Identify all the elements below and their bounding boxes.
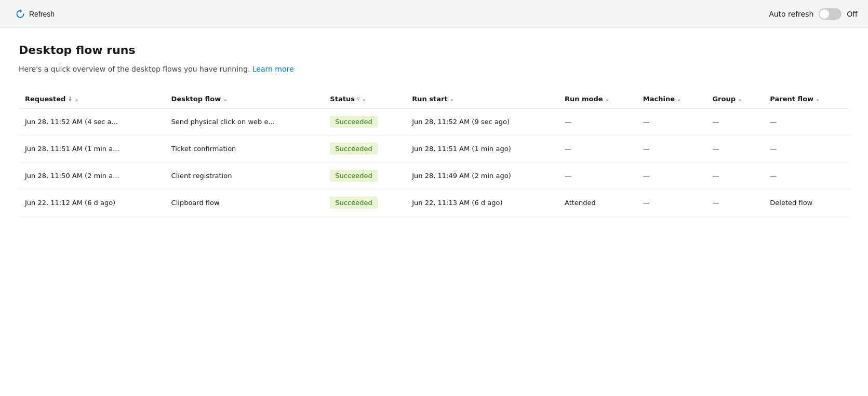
page-title: Desktop flow runs [19,44,849,57]
col-header-requested[interactable]: Requested ↓ ⌄ [19,90,165,108]
chevron-down-icon: ⌄ [75,96,79,102]
cell-run-mode: — [558,162,637,189]
cell-run-start: Jun 22, 11:13 AM (6 d ago) [406,189,558,216]
table-body: Jun 28, 11:52 AM (4 sec a...Send physica… [19,108,849,216]
col-header-run-start[interactable]: Run start ⌄ [406,90,558,108]
filter-icon: ▿ [357,95,360,102]
page-description: Here's a quick overview of the desktop f… [19,65,849,73]
toggle-state-label: Off [847,10,858,18]
refresh-icon [16,9,25,19]
table-row[interactable]: Jun 28, 11:50 AM (2 min a...Client regis… [19,162,849,189]
col-header-machine[interactable]: Machine ⌄ [637,90,706,108]
cell-run-mode: — [558,108,637,135]
table-row[interactable]: Jun 28, 11:51 AM (1 min a...Ticket confi… [19,135,849,162]
auto-refresh-label: Auto refresh [769,10,813,18]
col-header-status[interactable]: Status ▿ ⌄ [324,90,406,108]
auto-refresh-area: Auto refresh Off [769,8,858,20]
cell-desktop-flow: Send physical click on web e... [165,108,324,135]
chevron-down-icon: ⌄ [223,96,227,102]
chevron-down-icon: ⌄ [605,96,609,102]
cell-requested: Jun 28, 11:52 AM (4 sec a... [19,108,165,135]
cell-parent-flow: — [764,162,849,189]
cell-requested: Jun 22, 11:12 AM (6 d ago) [19,189,165,216]
cell-requested: Jun 28, 11:51 AM (1 min a... [19,135,165,162]
cell-status: Succeeded [324,162,406,189]
cell-status: Succeeded [324,189,406,216]
cell-group: — [706,135,764,162]
cell-run-start: Jun 28, 11:51 AM (1 min ago) [406,135,558,162]
cell-desktop-flow: Clipboard flow [165,189,324,216]
cell-status: Succeeded [324,135,406,162]
cell-group: — [706,189,764,216]
col-header-run-mode[interactable]: Run mode ⌄ [558,90,637,108]
chevron-down-icon: ⌄ [677,96,681,102]
table-row[interactable]: Jun 28, 11:52 AM (4 sec a...Send physica… [19,108,849,135]
status-badge: Succeeded [330,197,377,209]
sort-desc-icon: ↓ [68,95,72,102]
cell-run-start: Jun 28, 11:49 AM (2 min ago) [406,162,558,189]
table-row[interactable]: Jun 22, 11:12 AM (6 d ago)Clipboard flow… [19,189,849,216]
cell-machine: — [637,135,706,162]
cell-machine: — [637,189,706,216]
cell-machine: — [637,162,706,189]
col-header-parent-flow[interactable]: Parent flow ⌄ [764,90,849,108]
chevron-down-icon: ⌄ [738,96,742,102]
refresh-button[interactable]: Refresh [10,6,60,22]
top-bar: Refresh Auto refresh Off [0,0,868,28]
learn-more-link[interactable]: Learn more [252,65,294,73]
col-header-desktop-flow[interactable]: Desktop flow ⌄ [165,90,324,108]
cell-group: — [706,108,764,135]
desktop-flow-runs-table: Requested ↓ ⌄ Desktop flow ⌄ Status ▿ [19,90,849,216]
cell-parent-flow: — [764,135,849,162]
cell-desktop-flow: Ticket confirmation [165,135,324,162]
chevron-down-icon: ⌄ [816,96,820,102]
cell-run-mode: — [558,135,637,162]
cell-machine: — [637,108,706,135]
cell-run-mode: Attended [558,189,637,216]
cell-parent-flow: Deleted flow [764,189,849,216]
cell-status: Succeeded [324,108,406,135]
cell-parent-flow: — [764,108,849,135]
main-content: Desktop flow runs Here's a quick overvie… [0,28,868,396]
cell-requested: Jun 28, 11:50 AM (2 min a... [19,162,165,189]
col-header-group[interactable]: Group ⌄ [706,90,764,108]
cell-desktop-flow: Client registration [165,162,324,189]
table-header-row: Requested ↓ ⌄ Desktop flow ⌄ Status ▿ [19,90,849,108]
chevron-down-icon: ⌄ [450,96,454,102]
auto-refresh-toggle[interactable] [819,8,842,20]
status-badge: Succeeded [330,116,377,128]
cell-run-start: Jun 28, 11:52 AM (9 sec ago) [406,108,558,135]
refresh-label: Refresh [29,10,55,18]
status-badge: Succeeded [330,170,377,182]
status-badge: Succeeded [330,143,377,155]
chevron-down-icon: ⌄ [362,96,366,102]
cell-group: — [706,162,764,189]
